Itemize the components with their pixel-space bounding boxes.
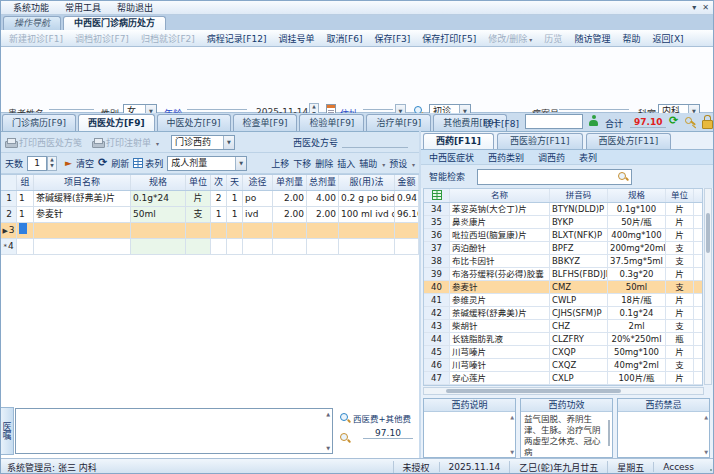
drug-table-row[interactable]: 42 茶碱缓释(舒弗美)片 CJHS(SFM)P 0.1g*24 片 — [424, 307, 702, 320]
box-content[interactable]: ▲ ▼ — [424, 412, 515, 457]
assist-button[interactable]: 辅助 ▾ — [359, 157, 385, 170]
drug-table-row[interactable]: 39 布洛芬缓释(芬必得)胶囊 BLFHS(FBD)JN 0.3g*20 片 — [424, 268, 702, 281]
search-icon[interactable] — [617, 171, 629, 183]
toolbar-button[interactable]: 调挂号单▾ — [272, 32, 320, 45]
close-icon[interactable]: ✕ — [702, 3, 709, 12]
toolbar-button[interactable]: 保存打印[F5]▾ — [416, 32, 482, 45]
rx-no-input[interactable] — [342, 136, 408, 148]
rx-table-row[interactable]: *4 — [1, 239, 419, 255]
move-down-button[interactable]: 下移 — [293, 157, 311, 170]
menu-item[interactable]: 帮助退出 — [109, 1, 161, 14]
move-up-button[interactable]: 上移 — [271, 157, 289, 170]
toolbar-button[interactable]: 归档就诊[F2]▾ — [135, 32, 201, 45]
delete-button[interactable]: 删除 — [315, 157, 333, 170]
rx-type-select[interactable]: 门诊西药▼ — [171, 135, 235, 150]
search-icon[interactable] — [339, 432, 351, 444]
days-spinner[interactable]: ▲▼ — [47, 156, 57, 171]
recycle-icon[interactable]: ⟳ — [669, 116, 678, 126]
main-tab[interactable]: 治疗单[F9] — [366, 114, 431, 131]
scroll-down-icon[interactable]: ▼ — [704, 449, 708, 456]
drug-table-row[interactable]: 41 参维灵片 CWLP 18片/瓶 片 — [424, 294, 702, 307]
drug-table-row[interactable]: 44 长链脂肪乳液 CLZFRY 20%*250ml 瓶 — [424, 333, 702, 346]
scrollbar-thumb[interactable] — [706, 213, 710, 253]
chevron-down-icon[interactable]: ▼ — [235, 157, 246, 170]
refresh-button[interactable]: 刷新 — [111, 157, 129, 170]
insert-button[interactable]: 插入 — [337, 157, 355, 170]
catalog-menu-item[interactable]: 调西药 — [538, 151, 565, 164]
address-input[interactable] — [363, 97, 393, 110]
catalog-menu-item[interactable]: 表列 — [579, 151, 597, 164]
scroll-up-icon[interactable]: ▲ — [510, 414, 514, 421]
toolbar-button[interactable]: 历览▾ — [538, 32, 568, 45]
catalog-menu-item[interactable]: 西药类别 — [488, 151, 524, 164]
main-tab[interactable]: 检验单[F9] — [299, 114, 364, 131]
chevron-down-icon[interactable]: ▼ — [223, 136, 234, 149]
main-tab[interactable]: 中医处方[F9] — [157, 114, 231, 131]
catalog-tab[interactable]: 西医验方[F11] — [497, 133, 583, 149]
drug-table-row[interactable]: 38 布比卡因针 BBKYZ 37.5mg*5ml 支 — [424, 255, 702, 268]
drug-table-row[interactable]: 40 参麦针 CMZ 50ml 支 — [424, 281, 702, 294]
drug-table-row[interactable]: 35 鼻炎康片 BYKP 50片/瓶 片 — [424, 216, 702, 229]
menu-item[interactable]: 系统功能 — [5, 1, 57, 14]
rx-table-row[interactable]: ▶3 — [1, 223, 419, 239]
drug-table-row[interactable]: 47 穿心莲片 CXLP 100片/瓶 片 — [424, 372, 702, 385]
toolbar-button[interactable]: 新建初诊[F1]▾ — [3, 32, 69, 45]
toolbar-button[interactable]: 病程记录[F12]▾ — [201, 32, 273, 45]
card-input[interactable] — [525, 114, 583, 129]
main-tab[interactable]: 检查单[F9] — [233, 114, 298, 131]
drug-table-row[interactable]: 37 丙泊酚针 BPFZ 200mg*20ml 支 — [424, 242, 702, 255]
document-tab[interactable]: 操作导航 — [3, 16, 61, 30]
catalog-tab[interactable]: 西药[F11] — [423, 133, 494, 149]
document-tab[interactable]: 中西医门诊病历处方 — [63, 16, 166, 30]
drug-table-row[interactable]: 34 苯妥英钠(大仑丁)片 BTYN(DLD)P 0.1g*100 片 — [424, 203, 702, 216]
drug-table-row[interactable]: 36 吡拉西坦(脑复康)片 BLXT(NFK)P 400mg*100 片 — [424, 229, 702, 242]
advice-textarea[interactable]: ▲ ▼ — [15, 408, 333, 454]
toolbar-button[interactable]: 返回[X]▾ — [646, 32, 689, 45]
catalog-tab[interactable]: 西医处方[F11] — [586, 133, 672, 149]
advice-tab[interactable]: 医嘱 — [1, 407, 14, 455]
grid-icon[interactable] — [432, 190, 442, 200]
main-tab[interactable]: 门诊病历[F9] — [2, 114, 76, 131]
grid-view-button[interactable]: 表列 — [145, 157, 163, 170]
print-injection-button[interactable]: 打印注射单 ▾ — [92, 136, 159, 149]
patient-name-input[interactable] — [49, 97, 94, 110]
toolbar-button[interactable]: 帮助▾ — [616, 32, 646, 45]
smart-search-input[interactable] — [477, 169, 632, 185]
scroll-up-icon[interactable]: ▲ — [326, 411, 330, 417]
preset-button[interactable]: 预设 ▾ — [389, 157, 415, 170]
toolbar-button[interactable]: 保存[F3]▾ — [368, 32, 416, 45]
resize-grip[interactable] — [703, 462, 713, 472]
catalog-menu-item[interactable]: 中西医症状 — [429, 151, 474, 164]
lock-icon[interactable] — [702, 115, 712, 127]
rx-table-row[interactable]: 1 1 茶碱缓释(舒弗美)片 0.1g*24 片 2 1 po 2.00 4.0… — [1, 191, 419, 207]
drug-table-row[interactable]: 46 川芎嗪针 CXQZ 40mg*2ml 支 — [424, 359, 702, 372]
main-tab[interactable]: 西医处方[F9] — [78, 114, 155, 131]
search-icon[interactable] — [339, 412, 351, 424]
dose-mode-select[interactable]: 成人剂量▼ — [167, 156, 247, 171]
toolbar-button[interactable]: 修改/删除▾ — [482, 32, 538, 45]
clear-button[interactable]: 清空 — [76, 157, 94, 170]
scroll-up-icon[interactable]: ▲ — [704, 414, 708, 421]
scroll-down-icon[interactable]: ▼ — [510, 449, 514, 456]
tab-list-dropdown-icon[interactable]: ▾ — [692, 3, 696, 12]
menu-item[interactable]: 常用工具 — [57, 1, 109, 14]
drug-table-row[interactable]: 43 柴胡针 CHZ 2ml 支 — [424, 320, 702, 333]
case-no-input[interactable] — [559, 97, 629, 110]
print-rx-button[interactable]: 打印西医处方笺 — [5, 136, 82, 149]
box-content[interactable]: 益气固脱、养阴生津、生脉。治疗气阴两虚型之休克、冠心病 — [521, 412, 612, 457]
person-icon[interactable] — [588, 115, 599, 127]
scrollbar-thumb[interactable] — [446, 389, 621, 393]
toolbar-button[interactable]: 调档初诊[F7]▾ — [69, 32, 135, 45]
age-input[interactable] — [187, 97, 247, 110]
box-content[interactable]: ▲ ▼ — [618, 412, 709, 457]
drug-table-row[interactable]: 45 川芎嗪片 CXQP 50mg*100 片 — [424, 346, 702, 359]
toolbar-button[interactable]: 随访管理▾ — [568, 32, 616, 45]
days-input[interactable]: 1 — [27, 156, 47, 171]
toolbar-button[interactable]: 取消[F6]▾ — [320, 32, 368, 45]
scrollbar-thumb[interactable] — [608, 420, 610, 446]
rx-table-row[interactable]: 2 1 参麦针 50ml 支 1 1 ivd 2.00 2.00 100 ml … — [1, 207, 419, 223]
horizontal-scrollbar[interactable] — [423, 387, 704, 395]
key-icon[interactable] — [685, 116, 697, 128]
scroll-down-icon[interactable]: ▼ — [326, 445, 330, 451]
vertical-scrollbar[interactable] — [704, 188, 712, 385]
